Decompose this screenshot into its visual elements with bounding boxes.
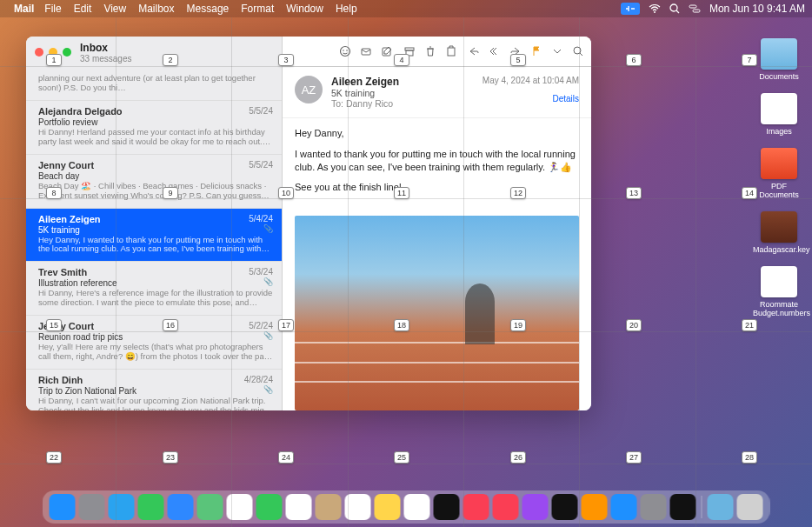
menu-item-view[interactable]: View [103,3,126,15]
message-body: Hey Danny,I wanted to thank you for putt… [283,118,591,210]
msg-from: Aileen Zeigen [38,214,273,224]
dock-calendar-icon[interactable] [286,494,312,520]
reply-all-button[interactable] [489,45,501,57]
msg-preview: Hey, y'all! Here are my selects (that's … [38,343,273,362]
more-button[interactable] [551,45,563,57]
minimize-button[interactable] [49,48,57,57]
dock-podcasts-icon[interactable] [522,494,549,520]
desktop-icon-roommate-budget-numbers[interactable]: Roommate Budget.numbers [753,266,805,317]
trash-button[interactable] [424,45,436,57]
desktop-icon-images[interactable]: Images [753,93,805,136]
mail-window: Inbox 33 messages planning our next adve… [26,37,591,410]
message-row[interactable]: planning our next adventure (or at least… [26,68,282,101]
dock-photos-icon[interactable] [227,494,253,520]
wifi-icon[interactable] [649,4,661,13]
search-icon[interactable] [669,3,680,14]
msg-preview: planning our next adventure (or at least… [38,74,273,93]
message-row[interactable]: Rich Dinh4/28/24📎Trip to Zion National P… [26,370,282,410]
compose-button[interactable] [360,45,372,57]
dock-pages-icon[interactable] [582,494,608,520]
details-link[interactable]: Details [483,94,579,103]
menu-item-help[interactable]: Help [336,3,357,15]
menu-item-edit[interactable]: Edit [74,3,92,15]
attachment-icon: 📎 [263,277,273,286]
menu-item-message[interactable]: Message [187,3,230,15]
dock-mail-icon[interactable] [168,494,194,520]
junk-button[interactable] [445,45,457,57]
dock-launchpad-icon[interactable] [79,494,105,520]
message-row[interactable]: Jenny Court5/5/24Beach dayBeach Day 🏖️ ·… [26,155,282,209]
clock[interactable]: Mon Jun 10 9:41 AM [709,3,805,15]
app-name[interactable]: Mail [14,3,34,15]
reader-date: May 4, 2024 at 10:04 AM [483,76,579,85]
svg-rect-12 [448,48,455,56]
grid-number-24: 24 [278,451,294,464]
dock-safari-icon[interactable] [109,494,135,520]
dock-downloads-icon[interactable] [708,494,734,520]
menu-item-mailbox[interactable]: Mailbox [138,3,174,15]
dock-news-icon[interactable] [493,494,519,520]
attachment-icon: 📎 [263,385,273,394]
reader-from: Aileen Zeigen [331,76,474,88]
desktop-icon-madagascar-key[interactable]: Madagascar.key [753,211,805,254]
zoom-button[interactable] [63,48,71,57]
dock-facetime-icon[interactable] [256,494,283,520]
grid-number-22: 22 [46,451,62,464]
desktop-icon-label: Roommate Budget.numbers [753,300,805,317]
dock-messages-icon[interactable] [138,494,164,520]
msg-date: 4/28/24 [244,375,273,384]
svg-line-14 [580,53,582,56]
forward-button[interactable] [509,45,522,57]
dock-finder-icon[interactable] [50,494,76,520]
msg-from: Alejandra Delgado [38,106,273,117]
to-label: To: [331,98,343,109]
message-row[interactable]: Alejandra Delgado5/5/24Portfolio reviewH… [26,101,282,155]
dock-notes-icon[interactable] [375,494,401,520]
dock-separator [702,496,702,518]
message-row[interactable]: Trev Smith5/3/24📎Illustration referenceH… [26,262,282,316]
dock-reminders-icon[interactable] [345,494,371,520]
to-name: Danny Rico [346,98,393,109]
dock-trash-icon[interactable] [737,494,763,520]
msg-preview: Hi Danny, I can't wait for our upcoming … [38,397,273,410]
search-button[interactable] [572,45,584,57]
svg-point-13 [574,47,581,54]
control-toggles-icon[interactable] [689,4,701,13]
dock-appstore-icon[interactable] [611,494,637,520]
svg-point-7 [346,50,348,51]
reply-button[interactable] [468,45,480,57]
dock-freeform-icon[interactable] [404,494,430,520]
grid-number-23: 23 [163,451,178,464]
menu-item-format[interactable]: Format [241,3,274,15]
dock-iphone-icon[interactable] [670,494,696,520]
desktop-icon-label: Documents [753,72,805,81]
sender-avatar: AZ [295,76,323,103]
dock-music-icon[interactable] [463,494,489,520]
message-attachment-image[interactable] [295,216,579,410]
msg-date: 5/4/24 [249,214,273,223]
desktop-icon-documents[interactable]: Documents [753,38,805,81]
menu-item-file[interactable]: File [44,3,61,15]
edit-button[interactable] [381,45,393,57]
dock-contacts-icon[interactable] [316,494,342,520]
archive-button[interactable] [403,45,416,57]
control-center-icon[interactable] [621,3,640,15]
dock-tv-icon[interactable] [434,494,460,520]
inbox-count: 33 messages [80,54,131,63]
dock-maps-icon[interactable] [197,494,223,520]
svg-point-6 [343,50,344,51]
desktop-icon-pdf-documents[interactable]: PDF Documents [753,148,805,199]
msg-date: 5/5/24 [249,106,273,116]
flag-button[interactable] [530,45,542,57]
emoji-button[interactable] [339,45,351,57]
msg-date: 5/2/24 [249,321,273,330]
reader-pane: AZ Aileen Zeigen 5K training To: Danny R… [283,37,591,410]
dock-settings-icon[interactable] [641,494,667,520]
menu-item-window[interactable]: Window [286,3,323,15]
message-row[interactable]: Jenny Court5/2/24📎Reunion road trip pics… [26,316,282,370]
message-row[interactable]: Aileen Zeigen5/4/24📎5K trainingHey Danny… [26,209,282,263]
msg-subject: Illustration reference [38,278,273,288]
close-button[interactable] [35,48,43,57]
dock-stocks-icon[interactable] [552,494,578,520]
body-paragraph: Hey Danny, [295,127,579,140]
